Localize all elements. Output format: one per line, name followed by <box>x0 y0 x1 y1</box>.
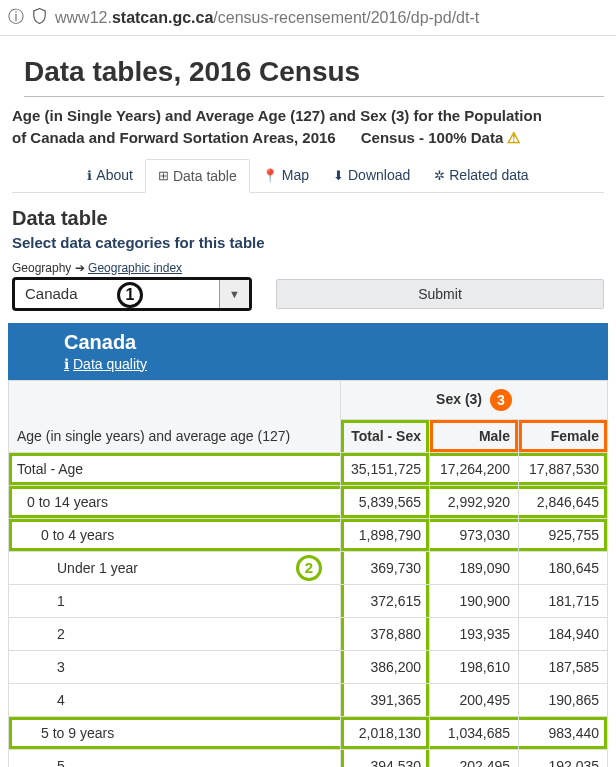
cell-female: 192,035 <box>519 749 608 767</box>
cell-total: 369,730 <box>341 551 430 584</box>
row-label: 2 <box>9 617 341 650</box>
col-header-sex-group: Sex (3) 3 <box>341 380 608 419</box>
info-icon[interactable]: ⓘ <box>8 7 24 28</box>
col-header-male: Male <box>430 419 519 452</box>
row-label: 0 to 14 years <box>9 485 341 518</box>
table-row: 1372,615190,900181,715 <box>9 584 608 617</box>
table-region-header: Canada ℹ Data quality <box>8 323 608 380</box>
nav-tabs: ℹAbout ⊞Data table 📍Map ⬇Download ✲Relat… <box>12 159 604 193</box>
tab-related[interactable]: ✲Related data <box>422 159 540 191</box>
col-header-age: Age (in single years) and average age (1… <box>9 380 341 452</box>
cell-total: 386,200 <box>341 650 430 683</box>
table-row: 5 to 9 years2,018,1301,034,685983,440 <box>9 716 608 749</box>
tab-data-table[interactable]: ⊞Data table <box>145 159 250 193</box>
download-icon: ⬇ <box>333 168 344 183</box>
row-label: 0 to 4 years <box>9 518 341 551</box>
share-icon: ✲ <box>434 168 445 183</box>
url-text[interactable]: www12.statcan.gc.ca/census-recensement/2… <box>55 9 479 27</box>
cell-female: 17,887,530 <box>519 452 608 485</box>
cell-total: 391,365 <box>341 683 430 716</box>
cell-female: 983,440 <box>519 716 608 749</box>
row-label: 3 <box>9 650 341 683</box>
cell-female: 181,715 <box>519 584 608 617</box>
row-label: Under 1 year2 <box>9 551 341 584</box>
table-row: 5394,530202,495192,035 <box>9 749 608 767</box>
row-label: 5 to 9 years <box>9 716 341 749</box>
geography-select-value: Canada <box>15 285 88 302</box>
cell-total: 35,151,725 <box>341 452 430 485</box>
page-title: Data tables, 2016 Census <box>24 56 604 97</box>
col-header-female: Female <box>519 419 608 452</box>
row-label: Total - Age <box>9 452 341 485</box>
geography-select[interactable]: Canada 1 ▼ <box>12 277 252 311</box>
select-categories-link[interactable]: Select data categories for this table <box>12 234 604 251</box>
cell-female: 184,940 <box>519 617 608 650</box>
chevron-down-icon: ▼ <box>219 280 249 308</box>
table-row: Under 1 year2369,730189,090180,645 <box>9 551 608 584</box>
table-row: 2378,880193,935184,940 <box>9 617 608 650</box>
table-row: 0 to 14 years5,839,5652,992,9202,846,645 <box>9 485 608 518</box>
shield-icon[interactable] <box>32 8 47 28</box>
tab-map[interactable]: 📍Map <box>250 159 321 191</box>
cell-male: 190,900 <box>430 584 519 617</box>
cell-total: 394,530 <box>341 749 430 767</box>
geography-breadcrumb: Geography ➔ Geographic index <box>12 261 604 275</box>
cell-total: 378,880 <box>341 617 430 650</box>
browser-url-bar: ⓘ www12.statcan.gc.ca/census-recensement… <box>0 0 616 36</box>
info-icon: ℹ <box>64 356 69 372</box>
cell-male: 2,992,920 <box>430 485 519 518</box>
cell-total: 372,615 <box>341 584 430 617</box>
cell-male: 200,495 <box>430 683 519 716</box>
cell-male: 973,030 <box>430 518 519 551</box>
annotation-marker-2: 2 <box>296 555 322 581</box>
info-icon: ℹ <box>87 168 92 183</box>
cell-total: 5,839,565 <box>341 485 430 518</box>
section-title: Data table <box>12 207 604 230</box>
data-table: Age (in single years) and average age (1… <box>8 380 608 768</box>
cell-female: 180,645 <box>519 551 608 584</box>
table-row: 3386,200198,610187,585 <box>9 650 608 683</box>
cell-male: 202,495 <box>430 749 519 767</box>
tab-download[interactable]: ⬇Download <box>321 159 422 191</box>
row-label: 5 <box>9 749 341 767</box>
cell-total: 2,018,130 <box>341 716 430 749</box>
annotation-marker-3: 3 <box>490 389 512 411</box>
cell-female: 925,755 <box>519 518 608 551</box>
submit-button[interactable]: Submit <box>276 279 604 309</box>
cell-female: 187,585 <box>519 650 608 683</box>
table-icon: ⊞ <box>158 168 169 183</box>
table-row: Total - Age35,151,72517,264,20017,887,53… <box>9 452 608 485</box>
cell-male: 193,935 <box>430 617 519 650</box>
cell-male: 198,610 <box>430 650 519 683</box>
geographic-index-link[interactable]: Geographic index <box>88 261 182 275</box>
warning-icon: ⚠ <box>507 129 520 146</box>
annotation-marker-1: 1 <box>117 282 143 308</box>
data-quality-link[interactable]: ℹ Data quality <box>64 356 598 372</box>
tab-about[interactable]: ℹAbout <box>75 159 145 191</box>
cell-female: 190,865 <box>519 683 608 716</box>
cell-male: 1,034,685 <box>430 716 519 749</box>
table-row: 4391,365200,495190,865 <box>9 683 608 716</box>
table-row: 0 to 4 years1,898,790973,030925,755 <box>9 518 608 551</box>
row-label: 1 <box>9 584 341 617</box>
cell-male: 189,090 <box>430 551 519 584</box>
table-subtitle: Age (in Single Years) and Average Age (1… <box>12 105 604 149</box>
row-label: 4 <box>9 683 341 716</box>
col-header-total: Total - Sex <box>341 419 430 452</box>
pin-icon: 📍 <box>262 168 278 183</box>
cell-total: 1,898,790 <box>341 518 430 551</box>
cell-female: 2,846,645 <box>519 485 608 518</box>
cell-male: 17,264,200 <box>430 452 519 485</box>
